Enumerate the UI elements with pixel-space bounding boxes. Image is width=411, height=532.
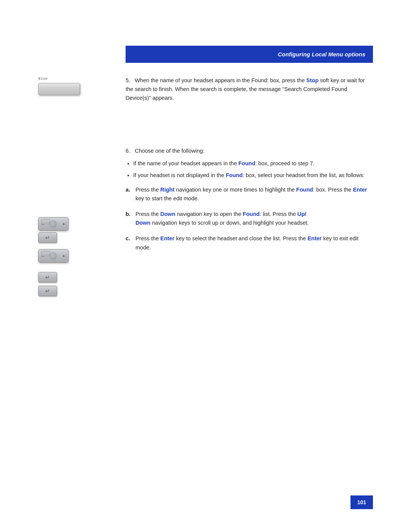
sub-letter-b: b. [126, 210, 132, 227]
enter-word-3: Enter [307, 235, 322, 241]
step6-block: 6. Choose one of the following: If the n… [126, 147, 373, 259]
nav-center-icon-b [50, 252, 57, 259]
nav-keys-group: ◄ ► ↵ ◄ ► ↵ ↵ [38, 217, 68, 299]
enter-key-illustration-c2: ↵ [38, 286, 57, 296]
step5-number: 5. [126, 77, 133, 83]
page-number: 101 [350, 495, 373, 509]
nav-key-row-a: ◄ ► ↵ [38, 217, 68, 243]
sub-item-a-text: Press the Right navigation key one or mo… [135, 185, 373, 203]
sub-item-b-text: Press the Down navigation key to open th… [135, 210, 309, 227]
step6-number: 6. [126, 148, 133, 154]
right-arrow-icon-b: ► [62, 254, 66, 258]
bullet-item-2: If your headset is not displayed in the … [133, 171, 373, 180]
sub-letter-c: c. [126, 234, 132, 252]
stop-label: Stop [38, 76, 48, 81]
sub-item-b: b. Press the Down navigation key to open… [126, 210, 373, 227]
nav-key-illustration-b: ◄ ► [38, 249, 68, 263]
found-word-2: Found [226, 172, 242, 178]
step6-intro-text: Choose one of the following: [135, 148, 204, 154]
left-arrow-icon-b: ◄ [41, 254, 44, 258]
nav-key-illustration-a: ◄ ► [38, 217, 68, 231]
found-word-3: Found [296, 187, 313, 193]
sub-letter-a: a. [126, 185, 132, 203]
step6-intro: 6. Choose one of the following: [126, 147, 373, 155]
down-word-1: Down [160, 211, 175, 217]
stop-button-image: Stop [38, 76, 84, 95]
enter-word-2: Enter [160, 235, 174, 241]
header-title: Configuring Local Menu options [278, 51, 365, 58]
step5-text: 5. When the name of your headset appears… [126, 76, 373, 103]
right-arrow-icon: ► [62, 222, 66, 226]
nav-key-row-b: ◄ ► [38, 249, 68, 263]
page-number-text: 101 [357, 499, 366, 505]
sub-item-c: c. Press the Enter key to select the hea… [126, 234, 373, 252]
sub-items-list: a. Press the Right navigation key one or… [126, 185, 373, 252]
left-arrow-icon: ◄ [41, 222, 44, 226]
stop-button-illustration [38, 83, 80, 95]
enter-key-illustration-a: ↵ [38, 232, 57, 243]
step6-bullets: If the name of your headset appears in t… [126, 159, 373, 180]
sub-item-a: a. Press the Right navigation key one or… [126, 185, 373, 203]
sub-item-c-text: Press the Enter key to select the headse… [135, 234, 373, 252]
enter-key-illustration-c1: ↵ [38, 272, 57, 283]
step5-stop-word: Stop [306, 77, 319, 83]
bullet-item-1: If the name of your headset appears in t… [133, 159, 373, 168]
nav-center-icon [50, 220, 57, 227]
step5-block: 5. When the name of your headset appears… [126, 76, 373, 103]
step5-text-before: When the name of your headset appears in… [135, 77, 306, 83]
right-word: Right [160, 187, 174, 193]
enter-word-1: Enter [353, 187, 367, 193]
header-bar: Configuring Local Menu options [126, 46, 373, 63]
found-word-1: Found [238, 160, 255, 166]
nav-key-row-c: ↵ ↵ [38, 272, 68, 296]
found-word-4: Found [243, 211, 260, 217]
